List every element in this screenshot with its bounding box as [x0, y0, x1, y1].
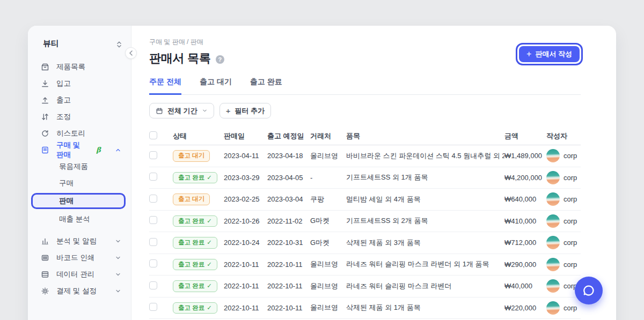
author-avatar [546, 149, 560, 162]
table-row[interactable]: 출고 완료 ✓ 2022-10-24 2022-10-31 G마켓 삭제된 제품… [149, 232, 581, 254]
row-select-cell [149, 173, 173, 182]
sidebar-item-purchase-sales[interactable]: 구매 및 판매 β [28, 142, 131, 158]
workspace-selector[interactable]: 뷰티 [28, 35, 131, 56]
author-name: corp [564, 261, 577, 269]
row-checkbox[interactable] [149, 216, 157, 224]
author-cell: corp [546, 214, 581, 228]
column-header-author: 작성자 [546, 131, 581, 141]
tab[interactable]: 주문 전체 [149, 77, 181, 95]
sale-date-cell: 2023-02-25 [224, 195, 267, 203]
sidebar-subitem[interactable]: 판매 [31, 193, 126, 209]
chat-launcher-button[interactable] [575, 277, 603, 304]
check-icon: ✓ [207, 218, 212, 225]
create-button-highlight-ring: + 판매서 작성 [516, 43, 583, 65]
purchase-sales-doc-icon [41, 146, 49, 154]
sidebar-subitem[interactable]: 묶음제품 [28, 158, 131, 175]
table-row[interactable]: 출고 대기 2023-02-25 2023-03-04 쿠팡 멀티밤 세일 외 … [149, 189, 581, 211]
author-cell: corp [546, 149, 581, 162]
sidebar-subitem[interactable]: 매출 분석 [28, 211, 131, 227]
item-cell: 라네즈 워터 슬리핑 마스크 라벤더 [346, 281, 504, 291]
row-select-cell [149, 195, 173, 204]
product-list-icon [41, 63, 49, 71]
status-badge: 출고 대기 [173, 194, 210, 205]
row-checkbox[interactable] [149, 173, 157, 181]
status-cell: 출고 완료 ✓ [173, 237, 224, 249]
check-icon: ✓ [207, 262, 212, 268]
author-name: corp [564, 174, 577, 182]
author-avatar [546, 279, 560, 293]
help-icon[interactable]: ? [216, 55, 224, 64]
author-cell: corp [546, 236, 581, 249]
sidebar-item-data-management[interactable]: 데이터 관리 [28, 266, 131, 282]
sidebar-item-stock-out[interactable]: 출고 [28, 92, 131, 108]
sidebar-item-adjust[interactable]: 조정 [28, 108, 131, 125]
row-checkbox[interactable] [149, 151, 157, 159]
sidebar-item-analytics[interactable]: 분석 및 알림 [28, 233, 131, 249]
purchase-sales-submenu: 묶음제품 구매 판매 매출 분석 [28, 158, 131, 227]
sidebar-item-label: 히스토리 [56, 129, 85, 138]
tab[interactable]: 출고 완료 [250, 77, 282, 95]
row-checkbox[interactable] [149, 281, 157, 289]
status-badge: 출고 완료 ✓ [173, 259, 217, 271]
tab-label: 주문 전체 [149, 77, 181, 86]
status-label: 출고 대기 [178, 196, 204, 203]
table-row[interactable]: 출고 완료 ✓ 2022-10-26 2022-11-02 G마켓 기프트세트S… [149, 211, 581, 233]
table-row[interactable]: 출고 완료 ✓ 2023-03-29 2023-04-05 - 기프트세트SS … [149, 167, 581, 189]
row-checkbox[interactable] [149, 259, 157, 267]
status-cell: 출고 완료 ✓ [173, 172, 224, 184]
table-row[interactable]: 출고 완료 ✓ 2022-10-11 2022-10-11 올리브영 삭제된 제… [149, 297, 581, 319]
sale-date-cell: 2022-10-11 [224, 282, 267, 290]
database-table-icon [41, 270, 49, 279]
sidebar-subitem-label: 구매 [59, 178, 74, 188]
sidebar-item-stock-in[interactable]: 입고 [28, 75, 131, 92]
ship-date-cell: 2023-04-05 [267, 174, 310, 182]
sale-date-cell: 2022-10-11 [224, 304, 267, 312]
sale-date-cell: 2023-04-11 [224, 152, 267, 160]
select-all-checkbox[interactable] [149, 131, 157, 139]
item-cell: 기프트세트SS 외 2개 품목 [346, 216, 504, 226]
table-row[interactable]: 출고 대기 2023-04-11 2023-04-18 올리브영 바비브라운 스… [149, 145, 581, 167]
date-range-filter-button[interactable]: 전체 기간 [149, 103, 214, 118]
breadcrumb: 구매 및 판매 / 판매 [149, 38, 581, 47]
ship-date-cell: 2022-11-02 [267, 217, 310, 225]
sidebar-item-barcode-print[interactable]: 바코드 인쇄 [28, 249, 131, 266]
sidebar-item-history[interactable]: 히스토리 [28, 125, 131, 142]
vendor-cell: 올리브영 [310, 281, 346, 291]
author-name: corp [564, 152, 577, 160]
ship-date-cell: 2023-04-18 [267, 152, 310, 160]
date-range-label: 전체 기간 [167, 106, 197, 116]
row-checkbox[interactable] [149, 303, 157, 311]
ship-date-cell: 2022-10-11 [267, 282, 310, 290]
status-cell: 출고 완료 ✓ [173, 259, 224, 271]
status-badge: 출고 완료 ✓ [173, 172, 217, 184]
sidebar-collapse-button[interactable] [125, 47, 137, 59]
status-cell: 출고 대기 [173, 150, 224, 162]
row-checkbox[interactable] [149, 238, 157, 246]
tab[interactable]: 출고 대기 [200, 77, 232, 95]
author-avatar [546, 258, 560, 271]
add-filter-button[interactable]: + 필터 추가 [219, 103, 271, 118]
row-select-cell [149, 238, 173, 248]
sidebar-item-products[interactable]: 제품목록 [28, 58, 131, 75]
sales-order-table: 상태 판매일 출고 예정일 거래처 품목 금액 작성자 [149, 127, 581, 320]
author-cell: corp [546, 171, 581, 184]
chevron-down-icon [115, 288, 121, 294]
sidebar-item-label: 입고 [56, 79, 71, 88]
status-label: 출고 완료 [178, 240, 204, 246]
sidebar-subitem[interactable]: 구매 [28, 175, 131, 191]
amount-cell: ₩220,000 [504, 304, 546, 312]
check-icon: ✓ [207, 240, 212, 246]
author-name: corp [564, 304, 577, 312]
chevron-up-icon [115, 147, 121, 153]
table-row[interactable]: 출고 완료 ✓ 2022-10-11 2022-10-11 올리브영 라네즈 워… [149, 254, 581, 276]
item-cell: 라네즈 워터 슬리핑 마스크 라벤더 외 1개 품목 [346, 259, 504, 269]
vendor-cell: G마켓 [310, 238, 346, 248]
create-sales-order-button[interactable]: + 판매서 작성 [519, 46, 580, 62]
sidebar-item-label: 제품목록 [56, 62, 85, 72]
sidebar-subitem-label: 매출 분석 [59, 214, 90, 224]
sidebar-item-billing-settings[interactable]: 결제 및 설정 [28, 282, 131, 299]
row-select-cell [149, 281, 173, 291]
row-checkbox[interactable] [149, 195, 157, 203]
amount-cell: ₩290,000 [504, 261, 546, 269]
table-row[interactable]: 출고 완료 ✓ 2022-10-11 2022-10-11 올리브영 라네즈 워… [149, 276, 581, 297]
